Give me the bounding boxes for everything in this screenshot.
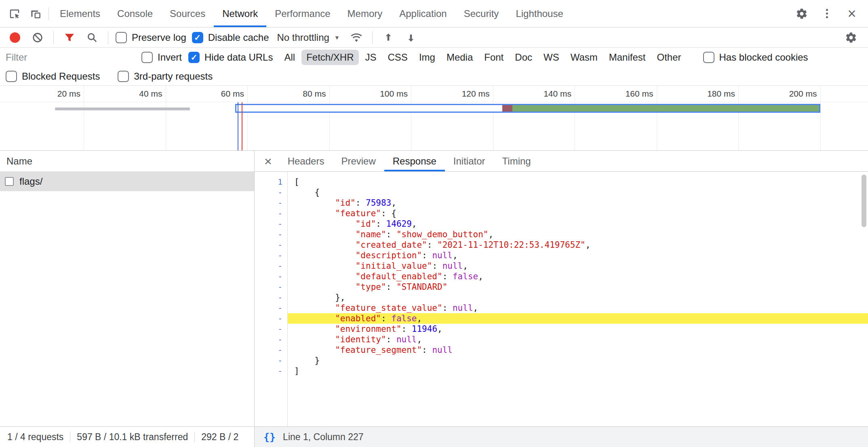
code-area[interactable]: [ { "id": 75983, "feature": { "id": 1462… bbox=[288, 172, 868, 426]
device-toolbar-button[interactable] bbox=[25, 3, 46, 24]
filter-input[interactable] bbox=[6, 52, 135, 63]
code-line[interactable]: "enabled": false, bbox=[288, 313, 868, 324]
code-line[interactable]: "feature_state_value": null, bbox=[288, 303, 868, 313]
code-line[interactable]: "name": "show_demo_button", bbox=[288, 229, 868, 240]
tab-console[interactable]: Console bbox=[109, 0, 161, 27]
code-line[interactable]: "id": 14629, bbox=[288, 219, 868, 229]
code-line[interactable]: "description": null, bbox=[288, 250, 868, 261]
tab-sources[interactable]: Sources bbox=[161, 0, 214, 27]
record-network-log-button[interactable] bbox=[6, 29, 23, 46]
gutter-marker[interactable]: - bbox=[255, 187, 287, 198]
gutter-marker[interactable]: - bbox=[255, 355, 287, 366]
timeline-overview[interactable]: 20 ms40 ms60 ms80 ms100 ms120 ms140 ms16… bbox=[0, 86, 868, 151]
code-line[interactable]: "feature_segment": null bbox=[288, 345, 868, 355]
gutter-marker[interactable]: - bbox=[255, 219, 287, 229]
detail-tab-preview[interactable]: Preview bbox=[333, 151, 384, 171]
pretty-print-button[interactable]: {} bbox=[263, 431, 276, 443]
tab-memory[interactable]: Memory bbox=[339, 0, 391, 27]
gutter-marker[interactable]: - bbox=[255, 334, 287, 345]
export-har-button[interactable] bbox=[402, 29, 419, 46]
filter-type-manifest[interactable]: Manifest bbox=[604, 50, 651, 65]
has-blocked-cookies-checkbox[interactable]: Has blocked cookies bbox=[703, 52, 808, 63]
tab-network[interactable]: Network bbox=[214, 0, 266, 27]
checkbox-box[interactable] bbox=[6, 71, 17, 82]
gutter-marker[interactable]: - bbox=[255, 324, 287, 334]
blocked-requests-checkbox[interactable]: Blocked Requests bbox=[6, 71, 100, 82]
disable-cache-checkbox[interactable]: ✓Disable cache bbox=[192, 32, 269, 43]
filter-type-font[interactable]: Font bbox=[479, 50, 508, 65]
checkbox-box[interactable] bbox=[116, 32, 127, 43]
name-column-header[interactable]: Name bbox=[0, 151, 254, 172]
search-button[interactable] bbox=[84, 29, 101, 46]
filter-type-media[interactable]: Media bbox=[442, 50, 478, 65]
filter-type-other[interactable]: Other bbox=[652, 50, 686, 65]
code-line[interactable]: { bbox=[288, 187, 868, 198]
inspect-element-button[interactable] bbox=[4, 3, 25, 24]
code-line[interactable]: "initial_value": null, bbox=[288, 261, 868, 271]
tab-lighthouse[interactable]: Lighthouse bbox=[507, 0, 571, 27]
gutter-marker[interactable]: - bbox=[255, 313, 287, 324]
gutter-marker[interactable]: - bbox=[255, 345, 287, 355]
filter-type-wasm[interactable]: Wasm bbox=[566, 50, 603, 65]
code-line[interactable]: "created_date": "2021-11-12T10:22:53.419… bbox=[288, 240, 868, 250]
filter-type-css[interactable]: CSS bbox=[383, 50, 413, 65]
gutter-marker[interactable]: - bbox=[255, 261, 287, 271]
hide-data-urls-checkbox[interactable]: ✓Hide data URLs bbox=[188, 52, 273, 63]
code-line[interactable]: "default_enabled": false, bbox=[288, 271, 868, 282]
network-conditions-button[interactable] bbox=[348, 29, 365, 46]
checkbox-box[interactable]: ✓ bbox=[188, 52, 200, 63]
filter-toggle-button[interactable] bbox=[61, 29, 78, 46]
code-line[interactable]: "identity": null, bbox=[288, 334, 868, 345]
gutter-marker[interactable]: - bbox=[255, 250, 287, 261]
checkbox-box[interactable] bbox=[703, 52, 714, 63]
gutter-marker[interactable]: - bbox=[255, 292, 287, 303]
code-line[interactable]: "id": 75983, bbox=[288, 198, 868, 208]
filter-type-fetch-xhr[interactable]: Fetch/XHR bbox=[301, 50, 358, 65]
detail-tab-response[interactable]: Response bbox=[384, 151, 445, 171]
code-line[interactable]: ] bbox=[288, 366, 868, 376]
gutter-marker[interactable]: - bbox=[255, 229, 287, 240]
tab-application[interactable]: Application bbox=[391, 0, 455, 27]
filter-type-all[interactable]: All bbox=[279, 50, 300, 65]
request-row[interactable]: flags/ bbox=[0, 172, 254, 191]
invert-checkbox[interactable]: Invert bbox=[141, 52, 182, 63]
import-har-button[interactable] bbox=[380, 29, 397, 46]
detail-tab-timing[interactable]: Timing bbox=[494, 151, 539, 171]
throttling-select[interactable]: No throttling ▼ bbox=[274, 32, 342, 43]
third-party-requests-checkbox[interactable]: 3rd-party requests bbox=[118, 71, 213, 82]
code-line[interactable]: "environment": 11946, bbox=[288, 324, 868, 334]
close-detail-button[interactable]: × bbox=[257, 151, 279, 171]
gutter-marker[interactable]: - bbox=[255, 271, 287, 282]
checkbox-box[interactable]: ✓ bbox=[192, 32, 203, 43]
settings-gear-button[interactable] bbox=[791, 3, 812, 24]
code-line[interactable]: "feature": { bbox=[288, 208, 868, 219]
gutter-marker[interactable]: - bbox=[255, 282, 287, 292]
code-line[interactable]: [ bbox=[288, 177, 868, 187]
filter-type-doc[interactable]: Doc bbox=[510, 50, 537, 65]
code-line[interactable]: "type": "STANDARD" bbox=[288, 282, 868, 292]
filter-type-img[interactable]: Img bbox=[414, 50, 440, 65]
gutter-marker[interactable]: - bbox=[255, 198, 287, 208]
gutter-marker[interactable]: - bbox=[255, 240, 287, 250]
more-options-button[interactable] bbox=[816, 3, 837, 24]
code-line[interactable]: } bbox=[288, 355, 868, 366]
close-devtools-button[interactable]: × bbox=[841, 3, 862, 24]
tab-performance[interactable]: Performance bbox=[266, 0, 339, 27]
filter-type-ws[interactable]: WS bbox=[539, 50, 564, 65]
detail-tab-headers[interactable]: Headers bbox=[279, 151, 333, 171]
tab-elements[interactable]: Elements bbox=[51, 0, 109, 27]
detail-tab-initiator[interactable]: Initiator bbox=[445, 151, 494, 171]
code-line[interactable]: }, bbox=[288, 292, 868, 303]
network-settings-gear-button[interactable] bbox=[841, 27, 862, 48]
checkbox-box[interactable] bbox=[118, 71, 129, 82]
gutter-marker[interactable]: - bbox=[255, 208, 287, 219]
checkbox-box[interactable] bbox=[141, 52, 153, 63]
gutter-marker[interactable]: - bbox=[255, 366, 287, 376]
vertical-scrollbar-thumb[interactable] bbox=[862, 175, 866, 227]
tab-security[interactable]: Security bbox=[455, 0, 508, 27]
gutter-marker[interactable]: - bbox=[255, 303, 287, 313]
preserve-log-checkbox[interactable]: Preserve log bbox=[116, 32, 186, 43]
clear-network-log-button[interactable] bbox=[29, 29, 46, 46]
gutter-marker[interactable]: 1 bbox=[255, 177, 287, 187]
filter-type-js[interactable]: JS bbox=[360, 50, 381, 65]
